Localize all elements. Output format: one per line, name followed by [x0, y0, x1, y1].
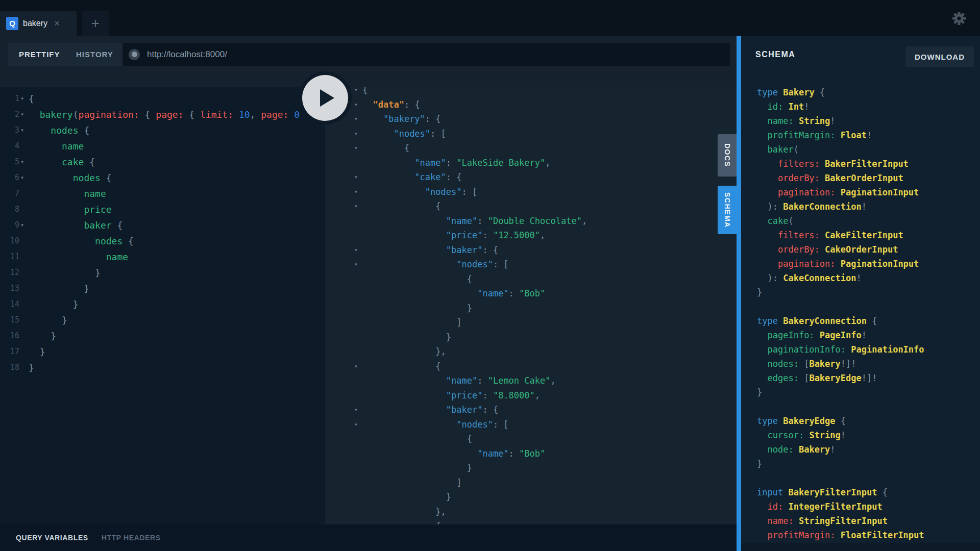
fold-arrow-icon[interactable]: ▾ — [354, 127, 358, 141]
fold-arrow-icon[interactable]: ▾ — [20, 170, 24, 186]
query-variables-tab[interactable]: QUERY VARIABLES — [16, 534, 88, 542]
fold-arrow-icon[interactable]: ▾ — [20, 107, 24, 122]
response-code-line: "price": "12.5000", — [362, 228, 587, 243]
schema-code-line: edges: [BakeryEdge!]! — [757, 371, 924, 385]
prettify-button[interactable]: PRETTIFY — [8, 43, 71, 66]
fold-arrow-icon[interactable]: ▾ — [20, 91, 24, 107]
schema-sidebar[interactable]: SCHEMA DOWNLOAD type Bakery { id: Int! n… — [741, 36, 980, 551]
endpoint-url-input[interactable] — [147, 49, 724, 60]
docs-side-tab[interactable]: DOCS — [718, 134, 737, 177]
close-tab-icon[interactable]: × — [54, 18, 60, 29]
schema-code-line: } — [757, 285, 924, 299]
new-tab-button[interactable]: + — [82, 11, 109, 36]
endpoint-status-icon — [129, 49, 140, 60]
fold-arrow-icon[interactable]: ▾ — [354, 141, 358, 156]
schema-sidebar-title: SCHEMA — [755, 50, 795, 59]
query-code-line: 3▾ nodes { — [29, 122, 300, 138]
line-number: 17 — [7, 344, 19, 360]
response-pane[interactable]: ▾{▾ "data": {▾ "bakery": {▾ "nodes": [▾ … — [325, 87, 737, 524]
schema-side-tab[interactable]: SCHEMA — [718, 186, 737, 234]
schema-code-line: type BakeryEdge { — [757, 414, 924, 428]
response-code-line: ▾ "nodes": [ — [362, 257, 587, 272]
response-code-line: "name": "Bob" — [362, 286, 587, 301]
fold-arrow-icon[interactable]: ▾ — [354, 257, 358, 272]
response-code-line: }, — [362, 344, 587, 359]
schema-code-line: baker( — [757, 142, 924, 157]
schema-code-line: nodes: [Bakery!]! — [757, 357, 924, 371]
response-code-line: ▾ { — [362, 141, 587, 156]
fold-arrow-icon[interactable]: ▾ — [354, 519, 358, 524]
settings-gear-icon[interactable] — [951, 10, 967, 27]
schema-code-line: orderBy: CakeOrderInput — [757, 242, 924, 257]
query-code-line: 7 name — [29, 186, 300, 202]
response-code-line: ▾ "nodes": [ — [362, 417, 587, 432]
schema-code-line: paginationInfo: PaginationInfo — [757, 342, 924, 357]
fold-arrow-icon[interactable]: ▾ — [20, 154, 24, 170]
schema-scroll-track[interactable] — [741, 543, 980, 551]
line-number: 8 — [7, 202, 19, 217]
download-schema-button[interactable]: DOWNLOAD — [905, 46, 974, 67]
schema-code-line: ): CakeConnection! — [757, 271, 924, 285]
fold-arrow-icon[interactable]: ▾ — [354, 403, 358, 417]
response-code-line: } — [362, 461, 587, 475]
endpoint-url-box — [122, 43, 730, 66]
schema-code-line: } — [757, 385, 924, 399]
response-code-line: ▾ { — [362, 519, 587, 524]
schema-code-line: node: Bakery! — [757, 442, 924, 457]
http-headers-tab[interactable]: HTTP HEADERS — [102, 534, 161, 542]
schema-code-line: profitMargin: Float! — [757, 128, 924, 142]
schema-code-line: profitMargin: FloatFilterInput — [757, 528, 924, 542]
line-number: 11 — [7, 249, 19, 265]
response-code-line: "name": "Double Chocolate", — [362, 214, 587, 229]
fold-arrow-icon[interactable]: ▾ — [354, 112, 358, 127]
schema-code-line: } — [757, 457, 924, 471]
schema-code-line — [757, 399, 924, 414]
fold-arrow-icon[interactable]: ▾ — [20, 122, 24, 138]
query-code-line: 11 name — [29, 249, 300, 265]
line-number: 6 — [7, 170, 19, 186]
response-code-line: { — [362, 432, 587, 446]
fold-arrow-icon[interactable]: ▾ — [354, 170, 358, 185]
graphql-playground-window: Q bakery × + PRETTIFY HISTORY — [0, 0, 980, 551]
response-code-line: ▾{ — [362, 87, 587, 97]
response-code-line: { — [362, 272, 587, 287]
fold-arrow-icon[interactable]: ▾ — [20, 217, 24, 233]
query-code-line: 5▾ cake { — [29, 154, 300, 170]
fold-arrow-icon[interactable]: ▾ — [354, 417, 358, 432]
response-json-code: ▾{▾ "data": {▾ "bakery": {▾ "nodes": [▾ … — [362, 87, 587, 524]
fold-arrow-icon[interactable]: ▾ — [354, 359, 358, 374]
fold-arrow-icon[interactable]: ▾ — [354, 87, 358, 97]
response-code-line: ▾ "bakery": { — [362, 112, 587, 127]
line-number: 4 — [7, 138, 19, 154]
execute-query-button[interactable] — [299, 71, 352, 124]
line-number: 12 — [7, 265, 19, 281]
query-code-line: 13 } — [29, 281, 300, 296]
response-code-line: "name": "Bob" — [362, 446, 587, 461]
schema-code-line: pageInfo: PageInfo! — [757, 328, 924, 342]
line-number: 3 — [7, 122, 19, 138]
line-number: 1 — [7, 91, 19, 107]
schema-code-line: orderBy: BakerOrderInput — [757, 171, 924, 185]
response-code-line: "price": "8.8000", — [362, 388, 587, 403]
schema-divider — [737, 36, 741, 551]
schema-code-line — [757, 471, 924, 485]
fold-arrow-icon[interactable]: ▾ — [354, 97, 358, 112]
response-code-line: ▾ "nodes": [ — [362, 127, 587, 141]
history-button[interactable]: HISTORY — [65, 43, 125, 66]
toolbar: PRETTIFY HISTORY — [0, 36, 737, 87]
fold-arrow-icon[interactable]: ▾ — [354, 199, 358, 214]
line-number: 14 — [7, 296, 19, 312]
fold-arrow-icon[interactable]: ▾ — [354, 185, 358, 199]
fold-arrow-icon[interactable]: ▾ — [354, 243, 358, 258]
query-code-line: 17 } — [29, 344, 300, 360]
query-editor-pane[interactable]: 1▾{2▾ bakery(pagination: { page: { limit… — [0, 87, 325, 524]
query-code-line: 15 } — [29, 312, 300, 328]
line-number: 7 — [7, 186, 19, 202]
query-code-line: 8 price — [29, 202, 300, 217]
query-code-line: 12 } — [29, 265, 300, 281]
query-code-line: 9▾ baker { — [29, 217, 300, 233]
tab-bakery[interactable]: Q bakery × — [0, 11, 77, 36]
line-number: 2 — [7, 107, 19, 122]
query-editor-code: 1▾{2▾ bakery(pagination: { page: { limit… — [29, 91, 300, 375]
line-number: 5 — [7, 154, 19, 170]
